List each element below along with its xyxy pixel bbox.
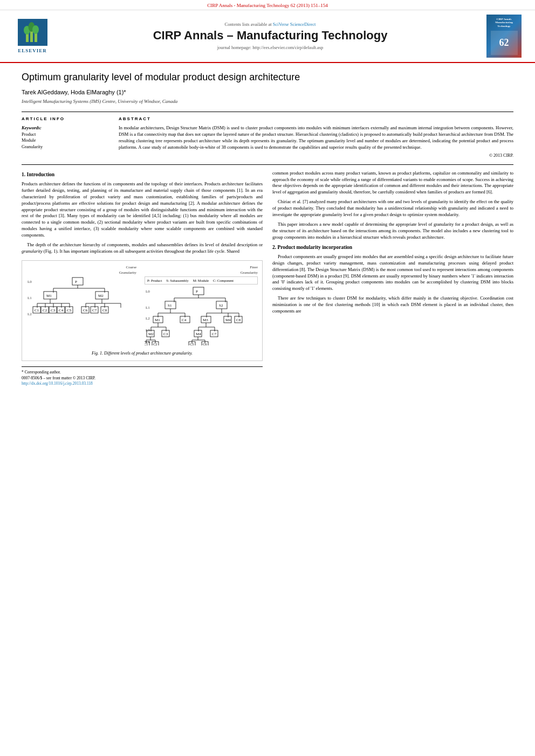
- section2-heading: 2. Product modularity incorporation: [272, 244, 513, 251]
- article-info-label: ARTICLE INFO: [22, 116, 108, 122]
- right-body-col: common product modules across many produ…: [272, 170, 513, 387]
- svg-text:M4: M4: [225, 318, 231, 322]
- footnote-corresponding: * Corresponding author.: [22, 370, 263, 376]
- figure-1: CoarseGranularity L0 P L1: [22, 260, 263, 361]
- journal-thumbnail: CIRP AnnalsManufacturingTechnology 62: [486, 15, 524, 58]
- svg-text:C5: C5: [190, 342, 194, 345]
- elsevier-tree-icon: [18, 19, 47, 46]
- left-body-col: 1. Introduction Products architecture de…: [22, 170, 263, 387]
- article-title: Optimum granularity level of modular pro…: [22, 71, 513, 84]
- coarse-tree-svg: L0 P L1 M1: [26, 276, 134, 325]
- intro-right-para-2: Chiriac et al. [7] analyzed many product…: [272, 199, 513, 218]
- article-affiliation: Intelligent Manufacturing Systems (IMS) …: [22, 98, 513, 105]
- svg-point-5: [32, 25, 39, 34]
- journal-url: journal homepage: http://ees.elsevier.co…: [59, 45, 481, 51]
- sciverse-link[interactable]: SciVerse ScienceDirect: [273, 22, 316, 27]
- intro-para-1: Products architecture defines the functi…: [22, 181, 263, 239]
- svg-text:P: P: [196, 289, 198, 294]
- svg-text:P: P: [75, 280, 77, 284]
- svg-text:C4: C4: [182, 318, 187, 322]
- intro-heading: 1. Introduction: [22, 171, 263, 178]
- footnote-doi: http://dx.doi.org/10.1016/j.cirp.2013.03…: [22, 381, 263, 387]
- svg-text:C6: C6: [203, 342, 207, 345]
- sciverse-line: Contents lists available at SciVerse Sci…: [59, 22, 481, 27]
- svg-text:L0: L0: [28, 280, 32, 284]
- figure-1-caption: Fig. 1. Different levels of product arch…: [26, 350, 258, 356]
- svg-text:C1: C1: [145, 342, 148, 345]
- svg-rect-7: [72, 278, 83, 285]
- elsevier-text: ELSEVIER: [18, 47, 47, 54]
- svg-text:C2: C2: [153, 342, 157, 345]
- svg-text:C8: C8: [102, 308, 107, 313]
- body-two-col: 1. Introduction Products architecture de…: [22, 170, 513, 387]
- tree-diagram: CoarseGranularity L0 P L1: [26, 265, 258, 348]
- svg-text:M4: M4: [196, 332, 201, 336]
- svg-text:C4: C4: [59, 308, 64, 313]
- svg-text:C8: C8: [236, 318, 241, 322]
- svg-text:C3: C3: [51, 308, 56, 313]
- svg-text:M2: M2: [148, 332, 154, 336]
- finer-tree-svg: L0 P L1 S1: [145, 286, 258, 345]
- journal-title: CIRP Annals – Manufacturing Technology: [59, 29, 481, 43]
- top-bar: CIRP Annals - Manufacturing Technology 6…: [0, 0, 535, 10]
- section2-para-1: Product components are usually grouped i…: [272, 254, 513, 292]
- legend: P: Product S: Subassembly M: Module C: C…: [145, 276, 258, 285]
- doi-link[interactable]: http://dx.doi.org/10.1016/j.cirp.2013.03…: [22, 381, 93, 386]
- svg-text:L2: L2: [146, 316, 150, 321]
- svg-text:M2: M2: [98, 294, 104, 298]
- svg-text:M1: M1: [155, 318, 160, 322]
- intro-para-2: The depth of the architecture hierarchy …: [22, 242, 263, 255]
- svg-text:C1: C1: [35, 308, 39, 313]
- keywords-list: Product Module Granularity: [22, 131, 108, 150]
- svg-text:C3: C3: [163, 332, 168, 336]
- footnote-area: * Corresponding author. 0007-8506/$ – se…: [22, 366, 263, 387]
- finer-tree: FinerGranularity P: Product S: Subassemb…: [145, 265, 258, 348]
- abstract-label: ABSTRACT: [119, 116, 513, 122]
- copyright-line: © 2013 CIRP.: [119, 153, 513, 159]
- svg-text:M1: M1: [46, 294, 52, 298]
- intro-right-para-3: This paper introduces a new model capabl…: [272, 221, 513, 241]
- svg-text:L1: L1: [146, 306, 150, 310]
- svg-text:L1: L1: [28, 296, 32, 300]
- keyword-granularity: Granularity: [22, 144, 108, 150]
- svg-text:L0: L0: [146, 289, 150, 294]
- intro-right-para-1: common product modules across many produ…: [272, 170, 513, 196]
- keyword-product: Product: [22, 131, 108, 137]
- keyword-module: Module: [22, 137, 108, 143]
- svg-text:C6: C6: [83, 308, 88, 313]
- footnote-issn: 0007-8506/$ – see front matter © 2013 CI…: [22, 376, 263, 382]
- coarse-label: CoarseGranularity: [26, 265, 136, 276]
- section2-para-2: There are few techniques to cluster DSM …: [272, 295, 513, 315]
- article-authors: Tarek AlGeddawy, Hoda ElMaraghy (1)*: [22, 88, 513, 96]
- svg-text:C7: C7: [212, 332, 217, 336]
- svg-text:S1: S1: [168, 303, 172, 308]
- svg-text:L2: L2: [28, 312, 32, 316]
- info-abstract-section: ARTICLE INFO Keywords: Product Module Gr…: [22, 116, 513, 159]
- svg-text:C7: C7: [92, 308, 97, 313]
- svg-text:C2: C2: [43, 308, 47, 313]
- abstract-col: ABSTRACT In modular architectures, Desig…: [119, 116, 513, 159]
- finer-label: FinerGranularity: [145, 265, 258, 276]
- journal-center-info: Contents lists available at SciVerse Sci…: [59, 22, 481, 51]
- divider-2: [22, 164, 513, 165]
- main-content: Optimum granularity level of modular pro…: [0, 63, 535, 395]
- coarse-tree: CoarseGranularity L0 P L1: [26, 265, 136, 348]
- svg-text:C5: C5: [67, 308, 72, 313]
- svg-text:S2: S2: [219, 303, 223, 308]
- keywords-label: Keywords:: [22, 125, 108, 131]
- abstract-text: In modular architectures, Design Structu…: [119, 125, 513, 151]
- svg-rect-49: [193, 287, 204, 295]
- elsevier-logo: ELSEVIER: [11, 19, 54, 54]
- divider-1: [22, 112, 513, 112]
- journal-header: ELSEVIER Contents lists available at Sci…: [0, 10, 535, 63]
- svg-text:M3: M3: [203, 318, 208, 322]
- article-info-col: ARTICLE INFO Keywords: Product Module Gr…: [22, 116, 108, 159]
